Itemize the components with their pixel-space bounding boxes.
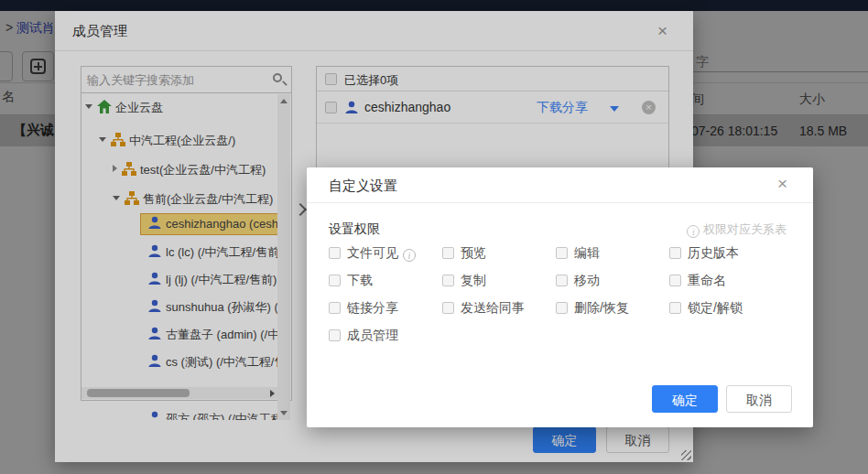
permission-label: 锁定/解锁 — [688, 300, 743, 315]
permission-label: 移动 — [574, 273, 600, 287]
settings-dialog-title: 自定义设置 — [329, 178, 397, 195]
permission-item-send-colleague: 发送给同事 — [442, 300, 556, 328]
permission-item-file-visible: 文件可见i — [329, 245, 442, 273]
permission-label: 删除/恢复 — [574, 300, 629, 315]
checkbox[interactable] — [442, 302, 454, 314]
checkbox[interactable] — [669, 275, 681, 286]
checkbox[interactable] — [329, 275, 341, 286]
checkbox[interactable] — [556, 247, 568, 259]
custom-settings-dialog: 自定义设置 × 设置权限 i 权限对应关系表 文件可见i 预览 编辑 历史版本 … — [307, 167, 813, 427]
permission-item-download: 下载 — [329, 273, 442, 300]
checkbox[interactable] — [669, 302, 681, 314]
permission-relation-label[interactable]: 权限对应关系表 — [703, 222, 787, 236]
settings-cancel-button[interactable]: 取消 — [726, 385, 792, 413]
permission-label: 下载 — [347, 273, 373, 287]
permission-item-move: 移动 — [556, 273, 669, 300]
permission-label: 成员管理 — [347, 328, 398, 342]
close-icon[interactable]: × — [777, 177, 787, 190]
permission-item-rename: 重命名 — [669, 273, 783, 300]
checkbox[interactable] — [329, 329, 341, 341]
checkbox[interactable] — [442, 275, 454, 286]
permission-label: 预览 — [461, 245, 486, 260]
settings-dialog-header: 自定义设置 × — [307, 167, 813, 203]
permission-item-member-manage: 成员管理 — [329, 328, 442, 355]
permission-item-lock-unlock: 锁定/解锁 — [669, 300, 783, 328]
info-icon: i — [687, 225, 700, 238]
settings-ok-button[interactable]: 确定 — [652, 385, 718, 413]
checkbox[interactable] — [556, 275, 568, 286]
permission-item-copy: 复制 — [442, 273, 556, 300]
permission-label: 重命名 — [688, 273, 726, 287]
permission-label: 历史版本 — [688, 245, 739, 260]
checkbox[interactable] — [669, 247, 681, 259]
permission-label: 发送给同事 — [461, 300, 525, 315]
permission-item-history: 历史版本 — [669, 245, 783, 273]
checkbox[interactable] — [329, 247, 341, 259]
permissions-grid: 文件可见i 预览 编辑 历史版本 下载 复制 移动 重命名 链接分享 发送给同事… — [329, 245, 796, 355]
permission-label: 链接分享 — [347, 300, 398, 315]
permission-relation-link[interactable]: i 权限对应关系表 — [687, 221, 787, 238]
permission-item-edit: 编辑 — [556, 245, 669, 273]
permission-label: 编辑 — [574, 245, 600, 260]
permission-item-preview: 预览 — [442, 245, 556, 273]
checkbox[interactable] — [442, 247, 454, 259]
permission-label: 复制 — [461, 273, 486, 287]
permission-item-link-share: 链接分享 — [329, 300, 442, 328]
permission-label: 文件可见 — [347, 245, 398, 260]
checkbox[interactable] — [556, 302, 568, 314]
permission-item-delete-restore: 删除/恢复 — [556, 300, 669, 328]
set-permissions-label: 设置权限 — [329, 221, 380, 238]
info-icon[interactable]: i — [403, 249, 416, 262]
checkbox[interactable] — [329, 302, 341, 314]
